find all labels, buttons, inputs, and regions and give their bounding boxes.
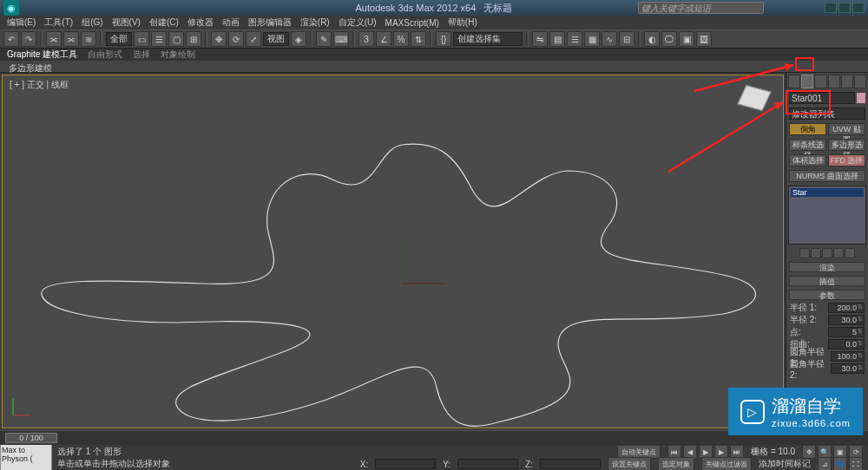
modset-bevel-button[interactable]: 倒角 [789,123,826,135]
coord-z-input[interactable] [540,459,601,469]
select-move-button[interactable]: ✥ [211,31,227,47]
viewcube[interactable] [733,82,776,126]
cmd-tab-modify[interactable] [801,75,813,88]
rollout-render[interactable]: 渲染 [789,262,865,272]
redo-button[interactable]: ↷ [21,31,36,47]
menu-modifiers[interactable]: 修改器 [184,16,217,29]
menu-help[interactable]: 帮助(H) [444,16,481,29]
param-fillet1-spinner[interactable]: 100.0 [831,351,865,362]
cmd-tab-display[interactable] [841,75,853,88]
param-fillet2-spinner[interactable]: 30.0 [831,363,865,374]
modset-poly-sel-button[interactable]: 多边形选择 [828,139,865,151]
minimize-button[interactable] [825,3,837,13]
viewport[interactable]: [ + ] 正交 | 线框 [2,75,784,428]
menu-views[interactable]: 视图(V) [108,16,144,29]
rollout-parameters[interactable]: 参数 [789,290,865,300]
object-name-input[interactable] [789,92,855,104]
ribbon-tab-freeform[interactable]: 自由形式 [88,49,122,61]
cmd-tab-motion[interactable] [828,75,840,88]
keyfilter-button[interactable]: 关键点过滤器 [701,457,752,470]
angle-snap-button[interactable]: ∠ [376,31,391,47]
nav-fov-button[interactable]: ⊿ [818,457,832,470]
manipulate-button[interactable]: ✎ [316,31,332,47]
render-production-button[interactable]: 🖼 [696,31,712,47]
close-button[interactable] [852,3,865,13]
time-slider-handle[interactable]: 0 / 100 [5,433,57,443]
ref-coord-combo[interactable]: 视图 [263,32,289,46]
menu-maxscript[interactable]: MAXScript(M) [382,17,443,29]
menu-render[interactable]: 渲染(R) [297,16,333,29]
percent-snap-button[interactable]: % [393,31,409,47]
app-logo-icon[interactable]: ◉ [3,0,19,16]
modset-spline-sel-button[interactable]: 样条线选择 [789,139,826,151]
edit-named-sel-button[interactable]: {} [436,31,451,47]
select-rotate-button[interactable]: ⟳ [228,31,244,47]
ribbon-tab-selection[interactable]: 选择 [133,49,150,61]
modset-uvw-button[interactable]: UVW 贴图 [828,123,865,135]
snap-toggle-button[interactable]: 3 [358,31,374,47]
material-editor-button[interactable]: ◐ [644,31,660,47]
time-tag-label[interactable]: 添加时间标记 [759,458,811,470]
cmd-tab-utilities[interactable] [854,75,866,88]
maximize-button[interactable] [838,3,851,13]
spinner-snap-button[interactable]: ⇅ [411,31,426,47]
menu-customize[interactable]: 自定义(U) [335,16,380,29]
keyfilter-combo[interactable]: 选定对象 [658,457,694,470]
rendered-frame-button[interactable]: ▣ [679,31,694,47]
named-selection-combo[interactable]: 创建选择集 [453,32,523,46]
setkey-button[interactable]: 设置关键点 [608,457,651,470]
param-points-spinner[interactable]: 5 [828,327,865,337]
mirror-button[interactable]: ⇋ [532,31,548,47]
cmd-tab-hierarchy[interactable] [814,75,826,88]
menu-animation[interactable]: 动画 [219,16,243,29]
menu-graph-editors[interactable]: 图形编辑器 [245,16,295,29]
menu-tools[interactable]: 工具(T) [41,16,76,29]
coord-x-input[interactable] [375,459,436,469]
pivot-center-button[interactable]: ◈ [291,31,306,47]
menu-edit[interactable]: 编辑(E) [3,16,39,29]
select-object-button[interactable]: ▭ [134,31,149,47]
unlink-button[interactable]: ⫘ [63,31,79,47]
nav-pan-button[interactable]: ✥ [802,445,816,459]
ribbon-panel-label[interactable]: 多边形建模 [0,61,868,73]
maxscript-mini-listener[interactable]: Max to Physon ( [0,444,52,470]
param-radius1-spinner[interactable]: 200.0 [828,303,865,313]
object-color-swatch[interactable] [857,93,865,103]
modset-vol-sel-button[interactable]: 体积选择 [789,154,826,166]
schematic-view-button[interactable]: ⊟ [619,31,635,47]
ribbon-toggle-button[interactable]: ▦ [584,31,600,47]
help-search-input[interactable]: 键入关键字或短语 [638,2,764,14]
select-scale-button[interactable]: ⤢ [246,31,261,47]
coord-y-input[interactable] [457,459,518,469]
ribbon-tab-graphite[interactable]: Graphite 建模工具 [7,49,77,61]
nav-maximize-button[interactable]: ⛶ [849,457,863,470]
stack-show-button[interactable] [811,248,821,258]
modifier-stack[interactable]: Star [788,186,866,245]
menu-create[interactable]: 创建(C) [146,16,182,29]
modifier-list-combo[interactable]: 修改器列表 [789,108,865,120]
layer-manager-button[interactable]: ☰ [567,31,582,47]
select-by-name-button[interactable]: ☰ [151,31,167,47]
stack-remove-button[interactable] [833,248,844,258]
bind-spacewarp-button[interactable]: ≋ [81,31,96,47]
modset-nurms-button[interactable]: NURMS 曲面选择 [789,170,865,182]
stack-unique-button[interactable] [822,248,832,258]
window-crossing-button[interactable]: ⊞ [186,31,201,47]
keyboard-shortcut-button[interactable]: ⌨ [333,31,349,47]
rollout-interpolation[interactable]: 插值 [789,276,865,286]
cmd-tab-create[interactable] [788,75,800,88]
undo-button[interactable]: ↶ [3,31,19,47]
param-radius2-spinner[interactable]: 30.0 [828,315,865,325]
nav-walk-button[interactable]: 👣 [833,457,847,470]
stack-config-button[interactable] [845,248,855,258]
modset-ffd-button[interactable]: FFD 选择 [828,154,865,166]
align-button[interactable]: ▤ [549,31,565,47]
param-distort-spinner[interactable]: 0.0 [828,339,865,349]
ribbon-tab-paint[interactable]: 对象绘制 [161,49,195,61]
curve-editor-button[interactable]: ∿ [602,31,617,47]
stack-pin-button[interactable] [799,248,810,258]
render-setup-button[interactable]: 🖵 [661,31,677,47]
menu-group[interactable]: 组(G) [78,16,106,29]
rectangular-region-button[interactable]: ▢ [168,31,184,47]
stack-item-star[interactable]: Star [791,188,864,197]
